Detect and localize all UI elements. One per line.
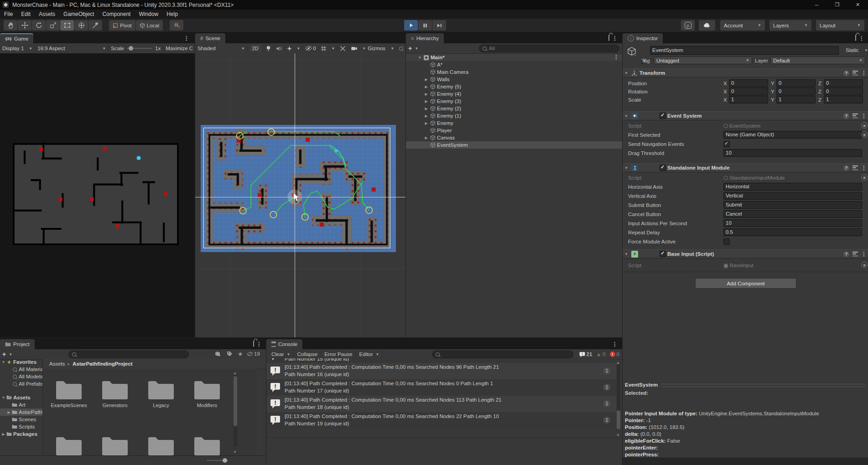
axis-label[interactable]: Z <box>818 81 821 86</box>
transform-scale-y-field[interactable]: 1 <box>776 96 816 103</box>
tab-inspector[interactable]: i Inspector <box>623 33 663 43</box>
scene-search-icon[interactable] <box>399 46 403 51</box>
inspector-lock-icon[interactable] <box>855 35 856 41</box>
expand-arrow-icon[interactable]: ▶ <box>423 114 429 118</box>
transform-rotation-x-field[interactable]: 0 <box>729 88 768 95</box>
add-component-button[interactable]: Add Component <box>695 278 796 289</box>
console-scrollbar[interactable] <box>617 364 620 430</box>
layers-dropdown[interactable]: Layers▼ <box>769 20 811 31</box>
layout-dropdown[interactable]: Layout▼ <box>816 20 864 31</box>
help-icon[interactable]: ? <box>843 70 849 76</box>
scale-slider-knob[interactable] <box>129 46 133 51</box>
inspector-menu-icon[interactable]: ⋮ <box>859 36 864 41</box>
menu-window[interactable]: Window <box>135 10 162 19</box>
console-log-row[interactable]: ![01:13:40] Path Completed : Computation… <box>266 379 617 396</box>
package-visibility-icon[interactable] <box>214 351 221 357</box>
restore-button[interactable]: ❐ <box>827 0 847 10</box>
hierarchy-item-enemy[interactable]: ▶Enemy <box>406 119 623 127</box>
scene-viewport[interactable] <box>195 53 406 337</box>
breadcrumb-current[interactable]: AstarPathfindingProject <box>73 361 133 367</box>
transform-rotation-y-field[interactable]: 0 <box>776 88 816 95</box>
hierarchy-item-enemy-5[interactable]: ▶Enemy (5) <box>406 83 623 90</box>
console-search-input[interactable] <box>432 351 573 358</box>
object-picker-icon[interactable]: ◉ <box>861 131 868 138</box>
hierarchy-item-enemy-4[interactable]: ▶Enemy (4) <box>406 90 623 98</box>
close-button[interactable]: ✕ <box>847 0 868 10</box>
first-selected-field[interactable]: None (Game Object) <box>723 131 862 139</box>
favorites-filter-icon[interactable]: ★ <box>238 351 243 357</box>
asset-folder-examplescenes[interactable]: ExampleScenes <box>47 379 91 408</box>
breadcrumb-root[interactable]: Assets <box>49 361 65 367</box>
lighting-toggle-icon[interactable] <box>266 46 271 52</box>
base-input-header[interactable]: ▼ # Base Input (Script) ?⋮ <box>623 249 868 258</box>
hierarchy-search-input[interactable]: All <box>479 45 619 52</box>
scale-tool-icon[interactable] <box>46 20 60 31</box>
console-log-row[interactable]: ![01:13:40] Path Completed : Computation… <box>266 396 617 412</box>
hierarchy-lock-icon[interactable] <box>608 35 609 41</box>
static-caret[interactable]: ▼ <box>864 48 868 52</box>
plastic-scm-icon[interactable]: ρ <box>681 20 695 31</box>
help-icon[interactable]: ? <box>843 165 849 171</box>
expand-arrow-icon[interactable]: ▼ <box>1 360 6 364</box>
maximize-on-play-toggle[interactable]: Maximize On Play <box>166 46 192 51</box>
aspect-dropdown[interactable]: 16:9 Aspect▼ <box>37 46 106 51</box>
expand-arrow-icon[interactable]: ▶ <box>423 121 429 125</box>
force-module-checkbox[interactable] <box>723 238 730 245</box>
component-tools-icon[interactable] <box>340 46 346 52</box>
presets-icon[interactable] <box>852 165 858 170</box>
warning-count-toggle[interactable]: ▲ 0 <box>596 351 605 357</box>
transform-position-z-field[interactable]: 0 <box>824 79 863 87</box>
event-system-enabled-checkbox[interactable] <box>660 113 666 119</box>
component-menu-icon[interactable]: ⋮ <box>861 165 867 170</box>
axis-label[interactable]: Z <box>818 89 821 94</box>
console-log-row-partial[interactable]: !Path Number 15 (unique id) <box>266 358 617 363</box>
component-menu-icon[interactable]: ⋮ <box>861 113 867 119</box>
expand-arrow-icon[interactable]: ▶ <box>1 432 6 436</box>
object-picker-icon[interactable]: ◉ <box>861 174 868 181</box>
transform-header[interactable]: ▼ Transform ?⋮ <box>623 68 868 78</box>
menu-edit[interactable]: Edit <box>17 10 35 19</box>
grid-snap-icon[interactable] <box>170 20 183 31</box>
menu-gameobject[interactable]: GameObject <box>59 10 98 19</box>
step-button[interactable] <box>432 20 446 31</box>
transform-scale-x-field[interactable]: 1 <box>729 96 768 103</box>
hierarchy-menu-icon[interactable]: ⋮ <box>612 36 618 41</box>
help-icon[interactable]: ? <box>843 113 849 119</box>
project-tree-item-art[interactable]: Art <box>0 401 42 408</box>
project-tree-item-favorites[interactable]: ▼★Favorites <box>0 358 42 366</box>
transform-position-x-field[interactable]: 0 <box>729 79 768 87</box>
transform-tool-icon[interactable] <box>74 20 88 31</box>
object-picker-icon[interactable]: ◉ <box>861 262 868 268</box>
asset-folder-modifiers[interactable]: Modifiers <box>185 379 229 408</box>
grid-visibility-dropdown[interactable]: ▼ <box>321 46 335 52</box>
cancel-button-field[interactable]: Cancel <box>723 210 862 218</box>
local-toggle[interactable]: Local <box>136 20 163 31</box>
tab-project[interactable]: Project <box>0 339 35 349</box>
pause-button[interactable] <box>418 20 432 31</box>
project-add-button[interactable]: + <box>2 351 6 357</box>
axis-label[interactable]: Y <box>771 97 774 103</box>
project-tree-item-all-materials[interactable]: All Materials <box>0 366 42 373</box>
project-tree-item-astarpathfindingproject[interactable]: ▶AstarPathfindingProject <box>0 408 42 416</box>
presets-icon[interactable] <box>852 252 858 256</box>
hierarchy-item-enemy-3[interactable]: ▶Enemy (3) <box>406 98 623 105</box>
asset-folder-partial[interactable] <box>93 435 137 456</box>
thumbnail-zoom-slider[interactable] <box>207 460 228 461</box>
asset-folder-partial[interactable] <box>185 435 229 456</box>
object-picker-icon[interactable]: ◉ <box>861 122 868 129</box>
project-tree-item-scripts[interactable]: Scripts <box>0 423 42 430</box>
display-dropdown[interactable]: Display 1▼ <box>2 46 32 51</box>
transform-position-y-field[interactable]: 0 <box>776 79 816 87</box>
expand-arrow-icon[interactable]: ▼ <box>417 56 423 60</box>
gizmos-dropdown[interactable]: Gizmos▼ <box>368 46 394 51</box>
game-panel-menu-icon[interactable]: ⋮ <box>184 36 189 41</box>
scroll-down-icon[interactable]: ▼ <box>233 449 237 454</box>
axis-label[interactable]: Z <box>818 97 821 103</box>
hierarchy-item-canvas[interactable]: ▶Canvas <box>406 134 623 141</box>
gameobject-icon[interactable] <box>626 46 637 57</box>
expand-arrow-icon[interactable]: ▶ <box>423 99 429 103</box>
menu-file[interactable]: File <box>0 10 17 19</box>
submit-button-field[interactable]: Submit <box>723 201 862 209</box>
project-add-caret[interactable]: ▼ <box>9 352 12 356</box>
expand-arrow-icon[interactable]: ▶ <box>423 136 429 140</box>
